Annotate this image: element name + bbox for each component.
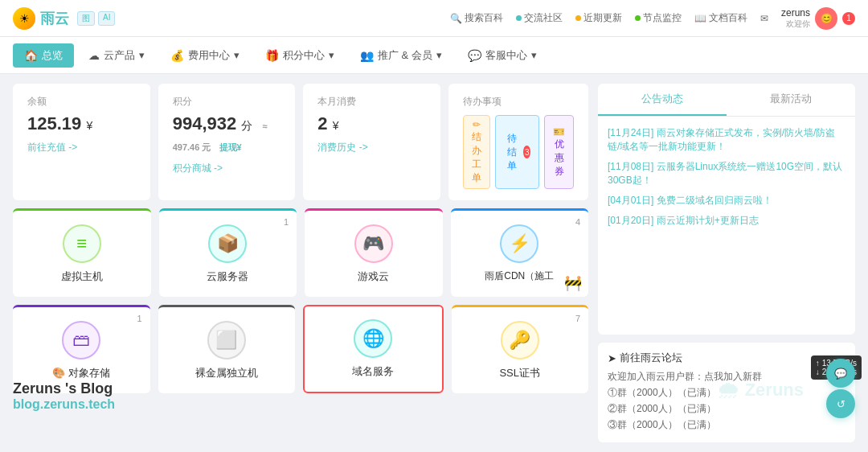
- dropdown-icon-billing: ▾: [234, 49, 240, 61]
- products-icon: ☁: [88, 49, 100, 62]
- todo-card: 待办事项 ✏ 结办工单 待结单 3 🎫 优惠券: [448, 84, 588, 200]
- nav-label-overview: 总览: [42, 48, 63, 63]
- badge-image: 图: [77, 11, 95, 26]
- nav-item-points[interactable]: 🎁 积分中心 ▾: [254, 43, 346, 68]
- username: zeruns: [781, 7, 810, 18]
- domain-name: 域名服务: [352, 364, 394, 379]
- forum-group-2: ②群（2000人）（已满）: [608, 402, 845, 416]
- service-bare-metal[interactable]: ⬜ 裸金属独立机: [158, 305, 296, 393]
- service-domain[interactable]: 🌐 域名服务: [303, 305, 444, 393]
- points-value: 994,932 分 ≈ 497.46 元 提现¥: [173, 113, 281, 155]
- monitor-dot-icon: [635, 15, 641, 21]
- header-badges: 图 AI: [77, 11, 115, 26]
- nav-item-products[interactable]: ☁ 云产品 ▾: [77, 43, 156, 68]
- points-icon: 🎁: [265, 49, 279, 62]
- ann-item-3[interactable]: [04月01日] 免费二级域名回归雨云啦！: [608, 191, 845, 211]
- balance-link[interactable]: 前往充值 ->: [27, 141, 136, 154]
- cloud-server-count: 1: [284, 217, 289, 227]
- points-label: 积分: [173, 95, 281, 109]
- header-right: 🔍 搜索百科 交流社区 近期更新 节点监控 📖 文档百科 ✉ zeruns 欢迎…: [450, 7, 855, 30]
- service-virtual-host[interactable]: ≡ 虚拟主机: [13, 208, 151, 297]
- services-row-1: ≡ 虚拟主机 📦 云服务器 1 🎮 游戏云 ⚡ 雨盾CDN（施工 4 🚧: [13, 208, 588, 297]
- object-storage-icon: 🗃: [62, 321, 100, 360]
- balance-label: 余额: [27, 95, 136, 109]
- game-cloud-icon: 🎮: [354, 224, 393, 263]
- nav-item-support[interactable]: 💬 客服中心 ▾: [457, 43, 548, 68]
- header: ☀ 雨云 图 AI 🔍 搜索百科 交流社区 近期更新 节点监控 📖 文档百科: [0, 0, 868, 37]
- refresh-icon: ↺: [837, 398, 845, 410]
- forum-group-3: ③群（2000人）（已满）: [608, 418, 845, 432]
- monthly-label: 本月消费: [317, 95, 426, 109]
- promotion-icon: 👥: [360, 49, 374, 62]
- mail-link[interactable]: ✉: [760, 13, 768, 24]
- nav-label-billing: 费用中心: [188, 48, 230, 63]
- pending-count-badge: 3: [523, 146, 530, 158]
- nav-label-products: 云产品: [104, 48, 135, 63]
- tab-activities[interactable]: 最新活动: [727, 84, 855, 116]
- ann-item-1[interactable]: [11月24日] 雨云对象存储正式发布，实例/防火墙/防盗链/域名等一批新功能更…: [608, 123, 845, 157]
- tab-announcements[interactable]: 公告动态: [598, 84, 727, 116]
- virtual-host-name: 虚拟主机: [61, 269, 103, 284]
- nav-item-overview[interactable]: 🏠 总览: [13, 43, 74, 68]
- dropdown-icon-promotion: ▾: [436, 49, 442, 61]
- notification-badge[interactable]: 1: [842, 12, 855, 25]
- pending-label: 待结单: [504, 132, 519, 173]
- coupon-button[interactable]: 🎫 优惠券: [544, 115, 574, 189]
- docs-link[interactable]: 📖 文档百科: [694, 11, 747, 25]
- dropdown-icon-points: ▾: [329, 49, 334, 61]
- updates-link[interactable]: 近期更新: [575, 11, 622, 25]
- overview-icon: 🏠: [24, 49, 38, 62]
- mail-icon: ✉: [760, 13, 768, 24]
- nav-item-billing[interactable]: 💰 费用中心 ▾: [159, 43, 251, 68]
- virtual-host-icon: ≡: [63, 224, 101, 263]
- stats-row: 余额 125.19 ¥ 前往充值 -> 积分 994,932 分 ≈ 497.4…: [13, 84, 588, 200]
- blog-title: Zeruns 's Blog: [13, 380, 115, 397]
- blog-url[interactable]: blog.zeruns.tech: [13, 397, 115, 412]
- ann-item-4[interactable]: [01月20日] 雨云近期计划+更新日志: [608, 211, 845, 231]
- search-icon: 🔍: [450, 13, 462, 24]
- ssl-name: SSL证书: [499, 366, 540, 380]
- object-storage-count: 1: [137, 314, 141, 323]
- logo-text: 雨云: [40, 9, 69, 28]
- service-game-cloud[interactable]: 🎮 游戏云: [305, 208, 443, 297]
- points-shop-link[interactable]: 积分商城 ->: [173, 162, 281, 175]
- ssl-icon: 🔑: [501, 321, 539, 360]
- work-order-button[interactable]: ✏ 结办工单: [463, 115, 490, 189]
- ann-item-2[interactable]: [11月08日] 云服务器Linux系统统一赠送10G空间，默认30GB起！: [608, 157, 845, 191]
- monthly-history-link[interactable]: 消费历史 ->: [317, 141, 426, 154]
- cdn-count: 4: [575, 217, 580, 227]
- nav-label-points: 积分中心: [283, 48, 325, 63]
- user-area: zeruns 欢迎你 😊 1: [781, 7, 855, 30]
- announcement-list: [11月24日] 雨云对象存储正式发布，实例/防火墙/防盗链/域名等一批新功能更…: [598, 117, 855, 237]
- service-cloud-server[interactable]: 📦 云服务器 1: [159, 208, 297, 297]
- ssl-count: 7: [575, 314, 580, 323]
- chat-float-button[interactable]: 💬: [826, 359, 855, 388]
- refresh-float-button[interactable]: ↺: [826, 389, 855, 418]
- cloud-server-icon: 📦: [208, 224, 247, 263]
- cdn-name: 雨盾CDN（施工: [485, 269, 554, 283]
- pending-order-button[interactable]: 待结单 3: [495, 115, 539, 189]
- balance-card: 余额 125.19 ¥ 前往充值 ->: [13, 84, 150, 200]
- points-withdraw[interactable]: 提现¥: [219, 142, 242, 152]
- watermark: 🌧 Zeruns: [716, 376, 804, 404]
- service-ssl[interactable]: 🔑 SSL证书 7: [452, 305, 589, 393]
- monthly-value: 2 ¥: [317, 113, 426, 134]
- welcome-text: 欢迎你: [781, 18, 810, 30]
- monitor-link[interactable]: 节点监控: [635, 11, 682, 25]
- updates-dot-icon: [575, 15, 581, 21]
- blog-section: Zeruns 's Blog blog.zeruns.tech: [13, 380, 115, 412]
- community-dot-icon: [516, 15, 522, 21]
- game-cloud-name: 游戏云: [358, 269, 389, 284]
- announcement-tabs: 公告动态 最新活动: [598, 84, 855, 117]
- announcements-card: 公告动态 最新活动 [11月24日] 雨云对象存储正式发布，实例/防火墙/防盗链…: [598, 84, 855, 335]
- header-left: ☀ 雨云 图 AI: [13, 7, 115, 30]
- bare-metal-icon: ⬜: [207, 321, 246, 360]
- nav-item-promotion[interactable]: 👥 推广 & 会员 ▾: [349, 43, 453, 68]
- object-storage-name: 🎨 对象存储: [52, 366, 110, 380]
- cloud-server-name: 云服务器: [207, 269, 248, 284]
- community-link[interactable]: 交流社区: [516, 11, 563, 25]
- bare-metal-name: 裸金属独立机: [195, 366, 258, 380]
- avatar[interactable]: 😊: [815, 7, 837, 30]
- service-cdn[interactable]: ⚡ 雨盾CDN（施工 4 🚧: [451, 208, 589, 297]
- search-link[interactable]: 🔍 搜索百科: [450, 11, 503, 25]
